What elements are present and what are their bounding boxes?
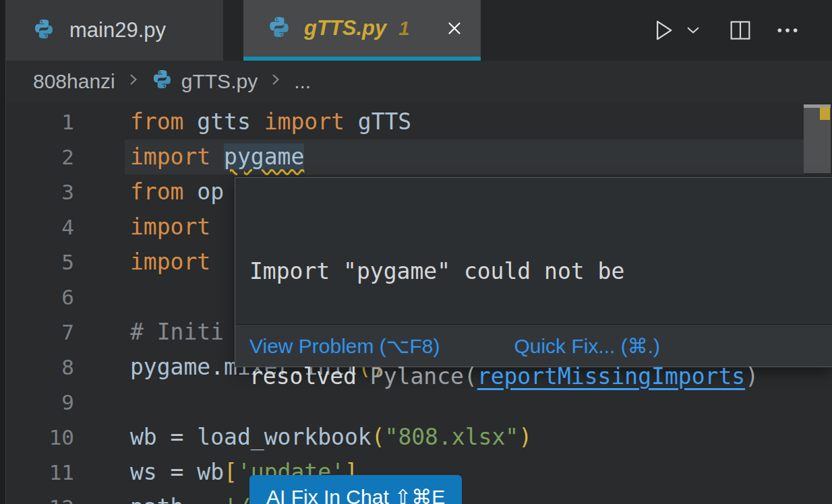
tab-main29-py[interactable]: main29.py bbox=[6, 0, 223, 61]
breadcrumb: 808hanzi gTTS.py ... bbox=[6, 61, 832, 102]
code-token: # Initi bbox=[130, 319, 224, 345]
code-text: import bbox=[130, 245, 210, 280]
problem-source: Pylance bbox=[370, 363, 464, 389]
line-number: 3 bbox=[6, 175, 74, 210]
code-token: import bbox=[130, 249, 210, 275]
python-file-icon bbox=[152, 69, 173, 94]
report-missing-imports-link[interactable]: reportMissingImports bbox=[477, 363, 745, 389]
line-number: 9 bbox=[6, 385, 74, 420]
editor-tab-bar: main29.py gTTS.py 1 bbox=[6, 0, 832, 61]
split-editor-icon[interactable] bbox=[727, 17, 754, 44]
line-number: 5 bbox=[6, 245, 74, 280]
more-actions-icon[interactable] bbox=[774, 17, 801, 44]
window-left-edge bbox=[0, 0, 6, 504]
code-token: from bbox=[130, 179, 197, 205]
breadcrumb-item-file[interactable]: gTTS.py bbox=[181, 70, 258, 93]
problem-count-badge: 1 bbox=[398, 18, 409, 40]
chevron-down-icon[interactable] bbox=[682, 20, 704, 41]
chevron-right-icon bbox=[124, 70, 143, 94]
code-token: = bbox=[171, 459, 198, 485]
code-token: pygame bbox=[130, 354, 210, 380]
code-line[interactable]: 1from gtts import gTTS bbox=[6, 104, 832, 139]
code-token: op bbox=[197, 179, 224, 205]
line-number: 2 bbox=[6, 139, 74, 175]
line-number: 10 bbox=[6, 420, 74, 455]
paren-open: ( bbox=[464, 363, 477, 389]
scrollbar-thumb[interactable] bbox=[804, 104, 831, 173]
code-line[interactable]: 2import pygame bbox=[6, 139, 832, 175]
run-icon[interactable] bbox=[649, 16, 677, 44]
code-token: import bbox=[130, 214, 210, 240]
paren-close: ) bbox=[745, 363, 759, 389]
code-token: = bbox=[197, 494, 224, 504]
python-file-icon bbox=[33, 18, 55, 42]
ai-fix-in-chat-button[interactable]: AI Fix In Chat ⇧⌘E bbox=[249, 475, 462, 504]
problem-message-line1: Import "pygame" could not be bbox=[249, 254, 832, 289]
code-text: import bbox=[130, 210, 210, 245]
problem-message-text: resolved bbox=[249, 363, 370, 389]
quick-fix-link[interactable]: Quick Fix... (⌘.) bbox=[514, 334, 660, 358]
code-editor[interactable]: 1from gtts import gTTS2import pygame3fro… bbox=[6, 102, 832, 504]
code-token: pygame bbox=[224, 144, 304, 170]
tab-label: main29.py bbox=[69, 18, 166, 42]
breadcrumb-item-symbol[interactable]: ... bbox=[294, 70, 311, 93]
line-number: 4 bbox=[6, 210, 74, 245]
code-token: import bbox=[130, 144, 224, 170]
code-token: . bbox=[210, 354, 224, 380]
breadcrumb-item-folder[interactable]: 808hanzi bbox=[33, 70, 115, 93]
code-text: import pygame bbox=[130, 139, 304, 175]
chevron-right-icon bbox=[266, 70, 285, 94]
vscode-editor-window: main29.py gTTS.py 1 bbox=[0, 0, 832, 504]
code-text: from gtts import gTTS bbox=[130, 104, 411, 139]
code-token: wb bbox=[130, 424, 171, 450]
editor-actions bbox=[649, 0, 832, 61]
problem-hover-popup: Import "pygame" could not be resolved Py… bbox=[235, 177, 832, 367]
warning-marker bbox=[820, 107, 830, 120]
code-text: # Initi bbox=[130, 315, 224, 350]
problem-message: Import "pygame" could not be resolved Py… bbox=[235, 178, 832, 464]
popup-status-bar: View Problem (⌥F8) Quick Fix... (⌘.) bbox=[235, 324, 832, 367]
code-token: ws bbox=[130, 459, 171, 485]
line-number: 1 bbox=[6, 104, 74, 139]
view-problem-link[interactable]: View Problem (⌥F8) bbox=[249, 334, 440, 358]
line-number: 8 bbox=[6, 350, 74, 385]
code-token: import bbox=[264, 108, 358, 135]
line-number: 12 bbox=[6, 490, 74, 504]
line-number: 6 bbox=[6, 280, 74, 315]
code-token: = bbox=[171, 424, 198, 450]
code-text: from op bbox=[130, 175, 224, 210]
code-token: gtts bbox=[197, 108, 264, 135]
close-icon[interactable] bbox=[444, 18, 465, 38]
tab-label: gTTS.py bbox=[304, 16, 386, 40]
code-token: path bbox=[130, 494, 197, 504]
code-token: gTTS bbox=[358, 108, 411, 135]
line-number: 7 bbox=[6, 315, 74, 350]
code-token: wb bbox=[197, 459, 224, 485]
python-file-icon bbox=[268, 15, 291, 41]
tab-gtts-py[interactable]: gTTS.py 1 bbox=[243, 0, 481, 61]
code-token: from bbox=[130, 108, 197, 135]
line-number: 11 bbox=[6, 455, 74, 490]
